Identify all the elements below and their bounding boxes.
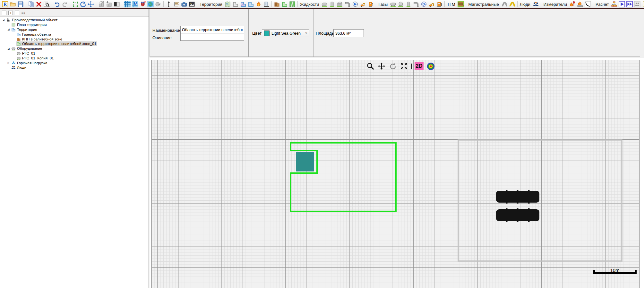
app-logo-r-icon[interactable]: R: [2, 1, 9, 8]
collapse-arrow-icon[interactable]: ◢: [6, 47, 11, 50]
sphere-tank-icon[interactable]: [397, 1, 404, 8]
people-group-icon[interactable]: [532, 1, 539, 8]
polygon-gray-icon[interactable]: [232, 1, 239, 8]
fire-marker-pin-icon[interactable]: [569, 1, 576, 8]
tree-item[interactable]: ▷Горючая нагрузка: [0, 60, 149, 65]
pump-circle-icon[interactable]: [352, 1, 359, 8]
wood-logs-icon[interactable]: [457, 1, 464, 8]
report-document-icon[interactable]: [641, 1, 644, 8]
tree-item[interactable]: Граница объекта: [0, 32, 149, 37]
tree-item-content[interactable]: Оборудование: [11, 46, 43, 51]
collapse-all-icon[interactable]: −: [2, 11, 6, 15]
world-map-icon[interactable]: [147, 1, 154, 8]
tree-item[interactable]: ◢Оборудование: [0, 46, 149, 51]
camera-snapshot-icon[interactable]: [181, 1, 188, 8]
move-object-icon[interactable]: [87, 1, 94, 8]
magnet-snap-icon[interactable]: [139, 1, 146, 8]
tree-item[interactable]: Область территории в селитебной зоне_01: [0, 41, 149, 46]
map-export-arrow-icon[interactable]: [155, 1, 162, 8]
territory-area-fill[interactable]: [296, 152, 314, 171]
target-bullseye-icon[interactable]: [426, 62, 435, 70]
open-folder-icon[interactable]: [9, 1, 16, 8]
tank-dome-icon[interactable]: [336, 1, 343, 8]
rotate-object-icon[interactable]: [80, 1, 87, 8]
undo-arrow-icon[interactable]: [54, 1, 61, 8]
tank-horizontal-icon[interactable]: [390, 1, 397, 8]
text-label-a-icon[interactable]: A: [132, 1, 139, 8]
save-floppy-icon[interactable]: [17, 1, 24, 8]
copy-document-icon[interactable]: [28, 1, 35, 8]
pan-move-icon[interactable]: [377, 62, 386, 70]
fit-extents-icon[interactable]: [400, 62, 408, 70]
tree-item[interactable]: ◢Территория: [0, 27, 149, 32]
map-canvas[interactable]: 10m 2D: [151, 60, 640, 288]
expand-arrow-icon[interactable]: ▷: [6, 61, 11, 64]
object-boundary-rect[interactable]: [458, 140, 622, 261]
fuel-dispenser-icon[interactable]: [367, 1, 374, 8]
name-input[interactable]: [180, 26, 244, 33]
fuel-dispenser-icon[interactable]: [436, 1, 443, 8]
background-image-icon[interactable]: [188, 1, 195, 8]
tree-item-content[interactable]: Производственный объект: [5, 18, 58, 22]
fire-zone-icon[interactable]: [255, 1, 262, 8]
tree-item[interactable]: План территории: [0, 22, 149, 27]
people-disabled-icon[interactable]: [634, 1, 641, 8]
territory-map-icon[interactable]: [224, 1, 231, 8]
delete-cross-icon[interactable]: [35, 1, 42, 8]
polygon-hatched-icon[interactable]: [240, 1, 247, 8]
tank-vertical-icon[interactable]: [329, 1, 336, 8]
vertical-ruler-icon[interactable]: [165, 1, 172, 8]
road-highway-icon[interactable]: [289, 1, 296, 8]
mode-2d-button[interactable]: 2D: [415, 62, 424, 70]
find-object-icon[interactable]: [43, 1, 50, 8]
tree-item[interactable]: КПП в селитебной зоне: [0, 37, 149, 41]
pipe-elbow-icon[interactable]: [413, 1, 420, 8]
polygon-green-icon[interactable]: [281, 1, 288, 8]
buildings-move-icon[interactable]: [106, 1, 113, 8]
fire-ruler-icon[interactable]: [577, 1, 584, 8]
hose-pump-icon[interactable]: [428, 1, 435, 8]
description-input[interactable]: [180, 33, 244, 41]
tree-item[interactable]: Люди: [0, 65, 149, 70]
zoom-icon[interactable]: [366, 62, 374, 70]
rotate-view-icon[interactable]: [389, 62, 397, 70]
grid-toggle-icon[interactable]: [124, 1, 131, 8]
polygon-blue-icon[interactable]: [247, 1, 254, 8]
color-dropdown[interactable]: Light Sea Green ˅: [262, 29, 309, 37]
run-play-icon[interactable]: [618, 1, 625, 8]
building-baseline-icon[interactable]: [263, 1, 270, 8]
pipeline-s-yellow-icon[interactable]: [509, 1, 516, 8]
tree-item-content[interactable]: РГС_01: [16, 51, 36, 56]
tree-item-content[interactable]: Территория: [11, 27, 38, 32]
tree-item-content[interactable]: РГС_01_Копия_01: [16, 56, 55, 60]
tree-item-content[interactable]: Граница объекта: [16, 32, 52, 37]
buildings-contrast-icon[interactable]: [113, 1, 120, 8]
select-bounds-icon[interactable]: [72, 1, 79, 8]
compressor-circle-icon[interactable]: [420, 1, 427, 8]
tree-item-content[interactable]: План территории: [11, 22, 47, 27]
tree-item-content[interactable]: Область территории в селитебной зоне_01: [16, 41, 97, 46]
expand-node-icon[interactable]: +: [15, 11, 19, 15]
building-kpp-icon[interactable]: [273, 1, 280, 8]
expand-all-icon[interactable]: +: [8, 11, 13, 15]
run-fast-forward-icon[interactable]: [626, 1, 633, 8]
tree-item[interactable]: ◢Производственный объект: [0, 18, 149, 22]
hose-pump-icon[interactable]: [359, 1, 366, 8]
pipeline-s-gray-icon[interactable]: [501, 1, 508, 8]
tree-item[interactable]: РГС_01: [0, 51, 149, 56]
equipment-tank-rgs-01[interactable]: [496, 190, 539, 204]
sort-list-icon[interactable]: ≡↓: [21, 11, 26, 15]
redo-arrow-icon[interactable]: [61, 1, 68, 8]
flowchart-tree-icon[interactable]: [611, 1, 618, 8]
tank-horizontal-icon[interactable]: [321, 1, 328, 8]
tree-item[interactable]: РГС_01_Копия_01: [0, 56, 149, 60]
tree-item-content[interactable]: Горючая нагрузка: [11, 60, 48, 65]
tree-item-content[interactable]: Люди: [11, 65, 27, 70]
scale-lines-icon[interactable]: [173, 1, 180, 8]
collapse-arrow-icon[interactable]: ◢: [1, 19, 5, 22]
pipe-elbow-icon[interactable]: [344, 1, 351, 8]
tank-vertical-icon[interactable]: [405, 1, 412, 8]
decay-curve-icon[interactable]: [584, 1, 591, 8]
equipment-tank-rgs-01-copy[interactable]: [496, 208, 539, 222]
tree-item-content[interactable]: КПП в селитебной зоне: [16, 37, 63, 41]
